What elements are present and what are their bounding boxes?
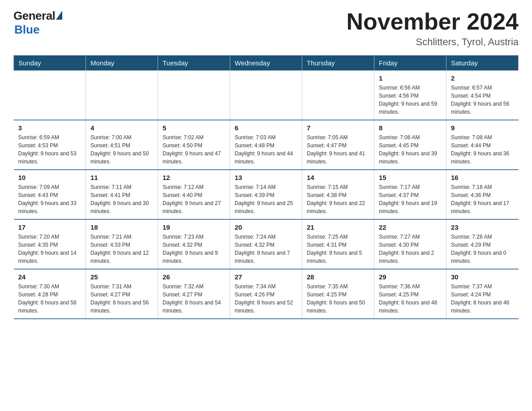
day-number: 13 bbox=[235, 174, 297, 181]
day-info: Sunrise: 7:14 AMSunset: 4:39 PMDaylight:… bbox=[235, 183, 297, 215]
day-info: Sunrise: 6:59 AMSunset: 4:53 PMDaylight:… bbox=[18, 133, 82, 166]
title-block: November 2024 Schlitters, Tyrol, Austria bbox=[347, 9, 519, 48]
calendar-day-cell: 30Sunrise: 7:37 AMSunset: 4:24 PMDayligh… bbox=[446, 269, 519, 319]
day-number: 27 bbox=[235, 273, 297, 281]
calendar-day-cell bbox=[158, 71, 230, 120]
day-info: Sunrise: 7:32 AMSunset: 4:27 PMDaylight:… bbox=[163, 283, 225, 315]
calendar-body: 1Sunrise: 6:56 AMSunset: 4:56 PMDaylight… bbox=[14, 71, 519, 319]
day-info: Sunrise: 7:18 AMSunset: 4:36 PMDaylight:… bbox=[451, 183, 514, 215]
day-info: Sunrise: 7:35 AMSunset: 4:25 PMDaylight:… bbox=[307, 283, 369, 315]
day-number: 1 bbox=[379, 74, 442, 82]
day-info: Sunrise: 7:37 AMSunset: 4:24 PMDaylight:… bbox=[451, 283, 514, 315]
day-number: 8 bbox=[379, 124, 442, 132]
calendar-table: SundayMondayTuesdayWednesdayThursdayFrid… bbox=[13, 55, 519, 319]
day-info: Sunrise: 7:05 AMSunset: 4:47 PMDaylight:… bbox=[307, 133, 369, 166]
logo-general-text: General bbox=[13, 9, 55, 23]
calendar-day-cell: 2Sunrise: 6:57 AMSunset: 4:54 PMDaylight… bbox=[446, 71, 519, 120]
day-of-week-header: Monday bbox=[86, 56, 158, 71]
calendar-day-cell bbox=[14, 71, 86, 120]
day-info: Sunrise: 7:34 AMSunset: 4:26 PMDaylight:… bbox=[235, 283, 297, 315]
day-number: 10 bbox=[18, 174, 82, 181]
day-info: Sunrise: 7:17 AMSunset: 4:37 PMDaylight:… bbox=[379, 183, 442, 215]
calendar-day-cell: 8Sunrise: 7:06 AMSunset: 4:45 PMDaylight… bbox=[374, 120, 446, 170]
day-info: Sunrise: 7:36 AMSunset: 4:25 PMDaylight:… bbox=[379, 283, 442, 315]
month-title: November 2024 bbox=[347, 9, 519, 34]
day-info: Sunrise: 7:09 AMSunset: 4:43 PMDaylight:… bbox=[18, 183, 82, 215]
calendar-day-cell: 12Sunrise: 7:12 AMSunset: 4:40 PMDayligh… bbox=[158, 170, 230, 219]
location-title: Schlitters, Tyrol, Austria bbox=[347, 36, 519, 48]
day-number: 26 bbox=[163, 273, 225, 281]
day-of-week-header: Thursday bbox=[302, 56, 374, 71]
day-info: Sunrise: 7:30 AMSunset: 4:28 PMDaylight:… bbox=[18, 283, 82, 315]
calendar-day-cell: 23Sunrise: 7:28 AMSunset: 4:29 PMDayligh… bbox=[446, 219, 519, 269]
calendar-day-cell: 10Sunrise: 7:09 AMSunset: 4:43 PMDayligh… bbox=[14, 170, 86, 219]
calendar-week-row: 10Sunrise: 7:09 AMSunset: 4:43 PMDayligh… bbox=[14, 170, 519, 219]
calendar-day-cell: 9Sunrise: 7:08 AMSunset: 4:44 PMDaylight… bbox=[446, 120, 519, 170]
calendar-day-cell: 18Sunrise: 7:21 AMSunset: 4:33 PMDayligh… bbox=[86, 219, 158, 269]
calendar-day-cell: 17Sunrise: 7:20 AMSunset: 4:35 PMDayligh… bbox=[14, 219, 86, 269]
day-info: Sunrise: 7:24 AMSunset: 4:32 PMDaylight:… bbox=[235, 233, 297, 265]
calendar-day-cell: 25Sunrise: 7:31 AMSunset: 4:27 PMDayligh… bbox=[86, 269, 158, 319]
day-number: 12 bbox=[163, 174, 225, 181]
calendar-day-cell: 24Sunrise: 7:30 AMSunset: 4:28 PMDayligh… bbox=[14, 269, 86, 319]
calendar-day-cell: 20Sunrise: 7:24 AMSunset: 4:32 PMDayligh… bbox=[230, 219, 302, 269]
logo-blue-text: Blue bbox=[14, 23, 39, 37]
calendar-day-cell: 22Sunrise: 7:27 AMSunset: 4:30 PMDayligh… bbox=[374, 219, 446, 269]
day-number: 21 bbox=[307, 223, 369, 231]
day-of-week-header: Sunday bbox=[14, 56, 86, 71]
day-number: 15 bbox=[379, 174, 442, 181]
day-info: Sunrise: 7:08 AMSunset: 4:44 PMDaylight:… bbox=[451, 133, 514, 166]
day-number: 5 bbox=[163, 124, 225, 132]
day-number: 20 bbox=[235, 223, 297, 231]
calendar-day-cell: 16Sunrise: 7:18 AMSunset: 4:36 PMDayligh… bbox=[446, 170, 519, 219]
calendar-day-cell: 27Sunrise: 7:34 AMSunset: 4:26 PMDayligh… bbox=[230, 269, 302, 319]
day-number: 23 bbox=[451, 223, 514, 231]
day-number: 16 bbox=[451, 174, 514, 181]
calendar-day-cell: 13Sunrise: 7:14 AMSunset: 4:39 PMDayligh… bbox=[230, 170, 302, 219]
calendar-day-cell: 19Sunrise: 7:23 AMSunset: 4:32 PMDayligh… bbox=[158, 219, 230, 269]
day-number: 28 bbox=[307, 273, 369, 281]
calendar-day-cell: 21Sunrise: 7:25 AMSunset: 4:31 PMDayligh… bbox=[302, 219, 374, 269]
logo: General Blue bbox=[13, 9, 62, 37]
calendar-day-cell: 3Sunrise: 6:59 AMSunset: 4:53 PMDaylight… bbox=[14, 120, 86, 170]
calendar-day-cell: 1Sunrise: 6:56 AMSunset: 4:56 PMDaylight… bbox=[374, 71, 446, 120]
calendar-day-cell: 26Sunrise: 7:32 AMSunset: 4:27 PMDayligh… bbox=[158, 269, 230, 319]
calendar-day-cell bbox=[230, 71, 302, 120]
calendar-week-row: 24Sunrise: 7:30 AMSunset: 4:28 PMDayligh… bbox=[14, 269, 519, 319]
day-of-week-header: Friday bbox=[374, 56, 446, 71]
calendar-day-cell: 5Sunrise: 7:02 AMSunset: 4:50 PMDaylight… bbox=[158, 120, 230, 170]
calendar-day-cell: 14Sunrise: 7:15 AMSunset: 4:38 PMDayligh… bbox=[302, 170, 374, 219]
day-info: Sunrise: 7:15 AMSunset: 4:38 PMDaylight:… bbox=[307, 183, 369, 215]
day-info: Sunrise: 7:02 AMSunset: 4:50 PMDaylight:… bbox=[163, 133, 225, 166]
calendar-week-row: 3Sunrise: 6:59 AMSunset: 4:53 PMDaylight… bbox=[14, 120, 519, 170]
day-number: 24 bbox=[18, 273, 82, 281]
day-of-week-header: Saturday bbox=[446, 56, 519, 71]
day-info: Sunrise: 7:31 AMSunset: 4:27 PMDaylight:… bbox=[90, 283, 153, 315]
day-info: Sunrise: 6:56 AMSunset: 4:56 PMDaylight:… bbox=[379, 84, 442, 116]
calendar-week-row: 1Sunrise: 6:56 AMSunset: 4:56 PMDaylight… bbox=[14, 71, 519, 120]
calendar-day-cell: 6Sunrise: 7:03 AMSunset: 4:48 PMDaylight… bbox=[230, 120, 302, 170]
day-number: 7 bbox=[307, 124, 369, 132]
day-info: Sunrise: 7:00 AMSunset: 4:51 PMDaylight:… bbox=[90, 133, 153, 166]
day-number: 9 bbox=[451, 124, 514, 132]
calendar-day-cell: 28Sunrise: 7:35 AMSunset: 4:25 PMDayligh… bbox=[302, 269, 374, 319]
day-info: Sunrise: 7:11 AMSunset: 4:41 PMDaylight:… bbox=[90, 183, 153, 215]
day-number: 11 bbox=[90, 174, 153, 181]
day-number: 6 bbox=[235, 124, 297, 132]
day-number: 29 bbox=[379, 273, 442, 281]
day-of-week-header: Wednesday bbox=[230, 56, 302, 71]
day-of-week-header: Tuesday bbox=[158, 56, 230, 71]
day-info: Sunrise: 7:21 AMSunset: 4:33 PMDaylight:… bbox=[90, 233, 153, 265]
logo-triangle-icon bbox=[56, 11, 62, 20]
day-number: 3 bbox=[18, 124, 82, 132]
day-number: 2 bbox=[451, 74, 514, 82]
day-number: 14 bbox=[307, 174, 369, 181]
calendar-header: SundayMondayTuesdayWednesdayThursdayFrid… bbox=[14, 56, 519, 71]
calendar-day-cell: 7Sunrise: 7:05 AMSunset: 4:47 PMDaylight… bbox=[302, 120, 374, 170]
day-info: Sunrise: 7:23 AMSunset: 4:32 PMDaylight:… bbox=[163, 233, 225, 265]
days-of-week-row: SundayMondayTuesdayWednesdayThursdayFrid… bbox=[14, 56, 519, 71]
day-info: Sunrise: 7:27 AMSunset: 4:30 PMDaylight:… bbox=[379, 233, 442, 265]
day-info: Sunrise: 7:12 AMSunset: 4:40 PMDaylight:… bbox=[163, 183, 225, 215]
calendar-day-cell bbox=[302, 71, 374, 120]
day-number: 4 bbox=[90, 124, 153, 132]
